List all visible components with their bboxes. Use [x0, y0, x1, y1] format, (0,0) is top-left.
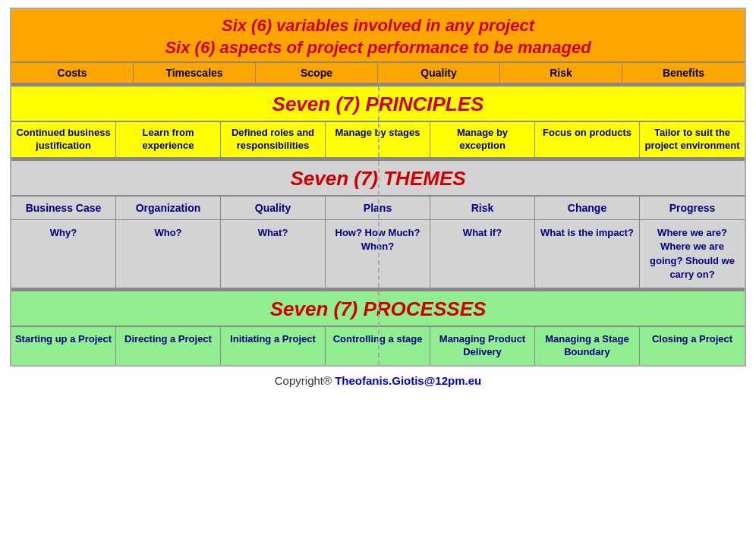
theme-data-cell: What is the impact? — [535, 220, 640, 288]
themes-title: Seven (7) THEMES — [11, 161, 745, 195]
theme-header-cell: Progress — [640, 197, 745, 219]
top-section: Six (6) variables involved in any projec… — [11, 9, 745, 84]
copyright-link: Theofanis.Giotis@12pm.eu — [335, 374, 481, 387]
processes-title: Seven (7) PROCESSES — [11, 291, 745, 326]
process-cell: Controlling a stage — [326, 327, 430, 365]
variables-row: CostsTimescalesScopeQualityRiskBenefits — [11, 61, 745, 83]
theme-data-cell: What? — [221, 220, 326, 288]
variable-cell: Scope — [256, 63, 378, 83]
process-cell: Starting up a Project — [11, 327, 116, 365]
principles-row: Continued business justificationLearn fr… — [11, 121, 745, 157]
process-cell: Managing a Stage Boundary — [535, 327, 640, 365]
process-cell: Closing a Project — [640, 327, 745, 365]
copyright-text: Copyright® — [275, 374, 335, 387]
variable-cell: Costs — [11, 63, 134, 83]
principle-cell: Continued business justification — [11, 122, 116, 157]
variable-cell: Quality — [378, 63, 500, 83]
theme-header-cell: Change — [535, 197, 640, 219]
themes-header-row: Business CaseOrganizationQualityPlansRis… — [11, 195, 745, 219]
process-cell: Directing a Project — [116, 327, 221, 365]
theme-header-cell: Business Case — [11, 197, 116, 219]
top-title: Six (6) variables involved in any projec… — [11, 9, 745, 61]
principle-cell: Learn from experience — [116, 122, 221, 157]
principle-cell: Tailor to suit the project environment — [640, 122, 745, 157]
theme-header-cell: Quality — [221, 197, 326, 219]
theme-header-cell: Organization — [116, 197, 221, 219]
process-cell: Managing Product Delivery — [430, 327, 535, 365]
processes-row: Starting up a ProjectDirecting a Project… — [11, 326, 745, 365]
theme-data-cell: Why? — [11, 220, 116, 288]
theme-data-cell: What if? — [430, 220, 535, 288]
theme-data-cell: How? How Much? When? — [326, 220, 430, 288]
copyright: Copyright® Theofanis.Giotis@12pm.eu — [275, 367, 481, 392]
variable-cell: Timescales — [134, 63, 256, 83]
principle-cell: Manage by stages — [326, 122, 430, 157]
themes-data-row: Why?Who?What?How? How Much? When?What if… — [11, 219, 745, 288]
themes-section: Seven (7) THEMES Business CaseOrganizati… — [11, 159, 745, 289]
principles-section: Seven (7) PRINCIPLES Continued business … — [11, 84, 745, 159]
principle-cell: Manage by exception — [430, 122, 535, 157]
theme-header-cell: Plans — [326, 197, 430, 219]
variable-cell: Benefits — [622, 63, 745, 83]
process-cell: Initiating a Project — [221, 327, 326, 365]
variable-cell: Risk — [500, 63, 622, 83]
top-line2: Six (6) aspects of project performance t… — [19, 37, 737, 59]
theme-data-cell: Where we are? Where we are going? Should… — [640, 220, 745, 288]
principle-cell: Focus on products — [535, 122, 640, 157]
theme-data-cell: Who? — [116, 220, 221, 288]
theme-header-cell: Risk — [430, 197, 535, 219]
principles-title: Seven (7) PRINCIPLES — [11, 87, 745, 121]
principle-cell: Defined roles and responsibilities — [221, 122, 326, 157]
processes-section: Seven (7) PROCESSES Starting up a Projec… — [11, 289, 745, 365]
top-line1: Six (6) variables involved in any projec… — [19, 15, 737, 37]
main-container: Six (6) variables involved in any projec… — [10, 8, 746, 367]
